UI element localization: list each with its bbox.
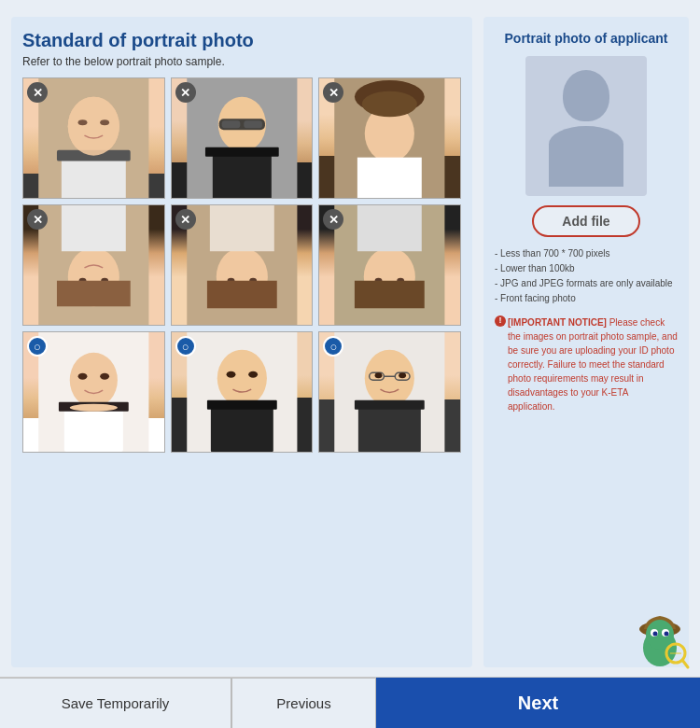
svg-rect-53 bbox=[355, 400, 425, 410]
svg-point-65 bbox=[665, 632, 669, 637]
svg-rect-30 bbox=[207, 281, 277, 309]
notice-icon: ! bbox=[495, 315, 506, 327]
svg-point-45 bbox=[217, 350, 266, 407]
portrait-placeholder bbox=[525, 56, 647, 196]
svg-point-64 bbox=[653, 632, 658, 637]
svg-rect-52 bbox=[358, 404, 421, 452]
footer: Save Temporarily Previous Next bbox=[0, 677, 700, 728]
req-2: - Lower than 100kb bbox=[495, 261, 673, 276]
svg-rect-12 bbox=[221, 120, 240, 128]
silhouette-body bbox=[549, 126, 623, 187]
file-requirements: - Less than 700 * 700 pixels - Lower tha… bbox=[495, 246, 673, 306]
photo-cell-3: ✕ bbox=[318, 77, 461, 199]
svg-point-38 bbox=[70, 353, 118, 408]
svg-rect-46 bbox=[211, 404, 273, 452]
right-panel-title: Portrait photo of applicant bbox=[505, 30, 668, 47]
svg-rect-16 bbox=[357, 158, 422, 198]
svg-rect-47 bbox=[207, 400, 277, 410]
subtitle: Refer to the below portrait photo sample… bbox=[22, 55, 461, 68]
svg-point-18 bbox=[362, 91, 417, 118]
svg-rect-24 bbox=[57, 281, 131, 307]
photo-cell-6: ✕ bbox=[318, 204, 461, 326]
svg-point-57 bbox=[375, 372, 383, 378]
badge-x-5: ✕ bbox=[175, 209, 196, 230]
svg-rect-39 bbox=[64, 406, 123, 452]
page-title: Standard of portrait photo bbox=[22, 30, 461, 51]
svg-line-67 bbox=[682, 660, 688, 667]
svg-rect-10 bbox=[205, 147, 279, 157]
req-1: - Less than 700 * 700 pixels bbox=[495, 246, 673, 261]
notice-text: Please check the images on portrait phot… bbox=[508, 317, 678, 412]
svg-point-49 bbox=[248, 371, 258, 378]
silhouette-figure bbox=[549, 70, 623, 182]
svg-rect-13 bbox=[244, 120, 262, 128]
notice-label: [IMPORTANT NOTICE] bbox=[508, 317, 607, 328]
svg-point-48 bbox=[226, 371, 235, 378]
svg-point-42 bbox=[100, 373, 109, 380]
photo-cell-7: ○ bbox=[22, 331, 165, 453]
badge-x-1: ✕ bbox=[27, 82, 48, 103]
svg-rect-21 bbox=[62, 205, 126, 251]
svg-point-4 bbox=[68, 97, 119, 156]
left-panel: Standard of portrait photo Refer to the … bbox=[11, 17, 472, 667]
badge-x-4: ✕ bbox=[27, 209, 48, 230]
svg-point-6 bbox=[100, 119, 109, 125]
svg-point-43 bbox=[70, 404, 118, 412]
badge-o-2: ○ bbox=[175, 336, 196, 357]
svg-point-58 bbox=[399, 372, 407, 378]
photo-cell-4: ✕ bbox=[22, 204, 165, 326]
badge-o-1: ○ bbox=[27, 336, 48, 357]
svg-point-41 bbox=[78, 373, 88, 380]
svg-rect-33 bbox=[357, 205, 422, 251]
important-notice: ! [IMPORTANT NOTICE] Please check the im… bbox=[495, 315, 678, 413]
svg-point-51 bbox=[365, 350, 414, 407]
photo-cell-8: ○ bbox=[171, 331, 314, 453]
right-panel: Portrait photo of applicant Add file - L… bbox=[483, 17, 689, 667]
badge-x-2: ✕ bbox=[175, 82, 196, 103]
silhouette-head bbox=[563, 70, 609, 121]
mascot bbox=[627, 609, 693, 674]
req-4: - Front facing photo bbox=[495, 291, 673, 306]
svg-rect-27 bbox=[210, 205, 274, 251]
save-temporarily-button[interactable]: Save Temporarily bbox=[0, 678, 231, 728]
req-3: - JPG and JPEG formats are only availabl… bbox=[495, 276, 673, 291]
photo-cell-5: ✕ bbox=[171, 204, 314, 326]
photo-grid: ✕ ✕ bbox=[22, 77, 461, 453]
next-button[interactable]: Next bbox=[376, 678, 700, 728]
svg-point-5 bbox=[78, 119, 88, 125]
svg-rect-36 bbox=[355, 281, 425, 309]
previous-button[interactable]: Previous bbox=[231, 678, 376, 728]
photo-cell-1: ✕ bbox=[22, 77, 165, 199]
photo-cell-2: ✕ bbox=[171, 77, 314, 199]
photo-cell-9: ○ bbox=[318, 331, 461, 453]
add-file-button[interactable]: Add file bbox=[532, 205, 639, 237]
